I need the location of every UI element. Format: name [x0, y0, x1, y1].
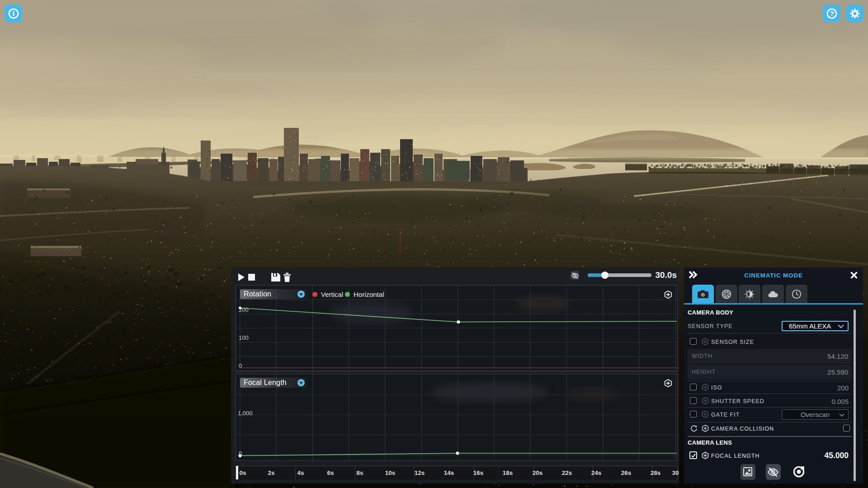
svg-text:?: ?	[830, 9, 834, 17]
